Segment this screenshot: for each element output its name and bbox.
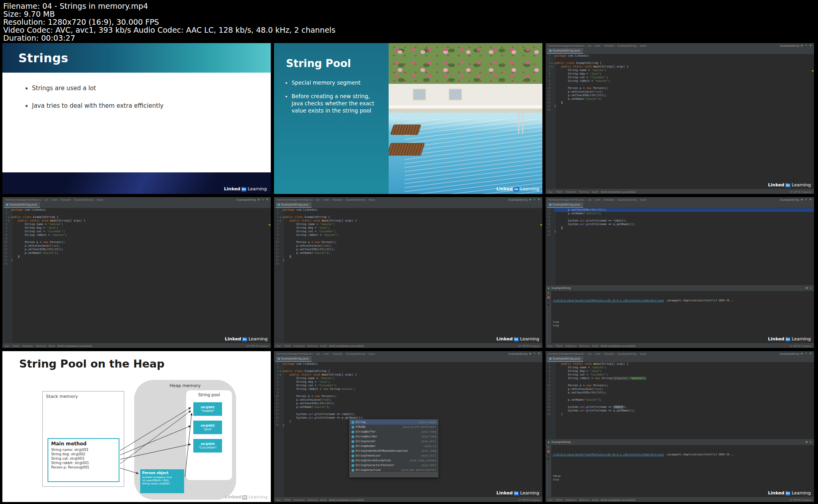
code-line[interactable]: 3▶public class ExampleString { [546, 61, 814, 65]
run-configuration[interactable]: ExampleString [508, 198, 528, 202]
debug-icon[interactable]: ↻ [805, 44, 807, 47]
breadcrumb-item[interactable]: com [595, 352, 603, 356]
error-stripe[interactable] [268, 208, 271, 343]
code-line[interactable]: 16 System.out.println(name == p.getName(… [546, 223, 814, 226]
breadcrumb-item[interactable]: linkedin [604, 352, 616, 356]
error-stripe[interactable] [540, 208, 542, 343]
statusbar-build[interactable]: Build [49, 344, 55, 347]
code-line[interactable]: 3▶public class ExampleString { [274, 215, 542, 219]
code-line[interactable]: 4▶ public static void main(String[] args… [2, 219, 271, 223]
code-line[interactable]: 12 p.setYearOfBirth(1991); [274, 402, 542, 405]
statusbar-todo[interactable]: TODO [284, 344, 291, 347]
completion-item[interactable]: StringBuilder java.lang [350, 434, 438, 439]
breadcrumb-item[interactable]: memorymanagementbasics [548, 352, 587, 356]
code-line[interactable]: 12 p.setYearOfBirth(1991); [274, 248, 542, 251]
code-line[interactable]: 6 String dog = "Java"; [546, 72, 814, 76]
code-line[interactable]: 10 Person p = new Person(); [546, 384, 814, 387]
code-line[interactable]: 16 [274, 262, 542, 266]
code-line[interactable]: 10 Person p = new Person(); [274, 395, 542, 398]
breadcrumb-item[interactable]: ExampleString [74, 198, 95, 202]
code-line[interactable]: 16 [546, 108, 814, 112]
code-line[interactable]: 7 String cat = "Cucumber"; [546, 373, 814, 377]
statusbar-build[interactable]: Build [592, 498, 598, 501]
code-line[interactable]: 14 [274, 409, 542, 413]
settings-icon[interactable]: ⚙ [809, 44, 812, 47]
statusbar-problems[interactable]: Problems [565, 190, 576, 193]
code-line[interactable]: 10 Person p = new Person(); [546, 87, 814, 90]
code-line[interactable]: 5 String name = "maaike"; [274, 377, 542, 380]
code-line[interactable]: 5 String name = "maaike"; [546, 366, 814, 370]
breadcrumb-item[interactable]: src [588, 44, 594, 47]
code-line[interactable]: 16 System.out.println(name == rabbit); [546, 405, 814, 409]
statusbar-terminal[interactable]: Terminal [308, 344, 318, 347]
tab-examplestring-java[interactable]: ExampleString.java [547, 48, 583, 54]
code-line[interactable]: 10 Person p = new Person(); [274, 241, 542, 244]
code-editor[interactable]: 12 p.setYearOfBirth(1991);13 p.setName("… [546, 208, 814, 285]
run-console[interactable]: /Library/Java/JavaVirtualMachines/jdk-16… [551, 445, 814, 497]
panel-close-icon[interactable]: × [810, 287, 812, 290]
run-tab[interactable]: ExampleString [552, 441, 571, 444]
breadcrumb-item[interactable]: com [324, 198, 332, 202]
statusbar-build[interactable]: Build [320, 498, 326, 501]
code-line[interactable]: 5 String name = "maaike"; [274, 223, 542, 226]
code-line[interactable]: 19 [546, 233, 814, 237]
breadcrumb-item[interactable]: src [588, 352, 594, 356]
code-line[interactable]: 4▶ public static void main(String[] args… [546, 65, 814, 69]
run-configuration[interactable]: ExampleString [780, 44, 799, 47]
breadcrumb-item[interactable]: src [316, 352, 322, 356]
tab-examplestring-java[interactable]: ExampleString.java [547, 202, 583, 208]
code-line[interactable]: 14 } [546, 101, 814, 105]
breadcrumb-item[interactable]: memorymanagementbasics [276, 198, 315, 202]
tab-examplestring-java[interactable]: ExampleString.java [276, 356, 312, 362]
statusbar-problems[interactable]: Problems [294, 344, 305, 347]
settings-icon[interactable]: ⚙ [266, 198, 268, 201]
settings-icon[interactable]: ⚙ [538, 198, 540, 201]
code-line[interactable]: 7 String cat = "Cucumber"; [274, 230, 542, 233]
console-settings-icon[interactable]: ⚙ [547, 458, 550, 461]
rerun-icon[interactable]: ↻ [547, 292, 549, 295]
breadcrumb-item[interactable]: ExampleString [346, 352, 367, 356]
panel-settings-icon[interactable]: ⚙ [806, 287, 808, 290]
statusbar-problems[interactable]: Problems [294, 498, 305, 501]
completion-item[interactable]: StringJoiner java.util [350, 439, 438, 444]
statusbar-terminal[interactable]: Terminal [36, 344, 46, 347]
statusbar-build[interactable]: Build [592, 190, 598, 193]
code-line[interactable]: 2 [2, 212, 271, 215]
run-icon[interactable]: ▶ [530, 198, 532, 201]
panel-settings-icon[interactable]: ⚙ [806, 441, 808, 444]
breadcrumb-item[interactable]: main [640, 352, 647, 356]
tab-examplestring-java[interactable]: ExampleString.java [547, 356, 583, 362]
code-line[interactable]: 4 public static void main(String[] args)… [546, 362, 814, 366]
statusbar-terminal[interactable]: Terminal [579, 344, 589, 347]
statusbar-terminal[interactable]: Terminal [308, 498, 318, 501]
statusbar-todo[interactable]: TODO [284, 498, 291, 501]
breadcrumb-item[interactable]: memorymanagementbasics [548, 44, 587, 47]
breadcrumb-item[interactable]: memorymanagementbasics [276, 352, 315, 356]
code-line[interactable]: 15 [546, 402, 814, 405]
code-editor[interactable]: 1package com.linkedin;2 3▶public class E… [2, 208, 271, 343]
statusbar-todo[interactable]: TODO [556, 498, 563, 501]
breadcrumb-item[interactable]: memorymanagementbasics [548, 198, 587, 202]
breadcrumb-item[interactable]: ExampleString [617, 352, 639, 356]
code-line[interactable]: 11 p.setLovesJava(true); [274, 244, 542, 248]
code-line[interactable]: 13 p.setName("maaike"); [274, 405, 542, 409]
code-editor[interactable]: 1package com.linkedin;2 3▶public class E… [274, 362, 542, 497]
breadcrumb-item[interactable]: main [97, 198, 104, 202]
code-line[interactable]: 8 String rabbit = "maaike"; [2, 233, 271, 237]
statusbar-terminal[interactable]: Terminal [579, 498, 589, 501]
code-line[interactable]: 15} [274, 259, 542, 262]
statusbar-run[interactable]: Run [548, 498, 553, 501]
run-console[interactable]: /Library/Java/JavaVirtualMachines/jdk-16… [551, 291, 814, 343]
debug-icon[interactable]: ↻ [534, 198, 536, 201]
stop-icon[interactable]: ■ [547, 296, 550, 299]
breadcrumb-item[interactable]: main [640, 44, 647, 47]
code-line[interactable]: 7 String cat = "Cucumber"; [274, 384, 542, 387]
code-line[interactable]: 15} [546, 105, 814, 108]
code-line[interactable]: 14 } [274, 255, 542, 259]
breadcrumb-item[interactable]: linkedin [332, 198, 345, 202]
tab-examplestring-java[interactable]: ExampleString.java [4, 202, 40, 208]
code-line[interactable]: 2 [546, 58, 814, 61]
breadcrumb-item[interactable]: ExampleString [617, 44, 639, 47]
code-line[interactable]: 16 [2, 262, 271, 266]
console-settings-icon[interactable]: ⚙ [547, 304, 550, 306]
